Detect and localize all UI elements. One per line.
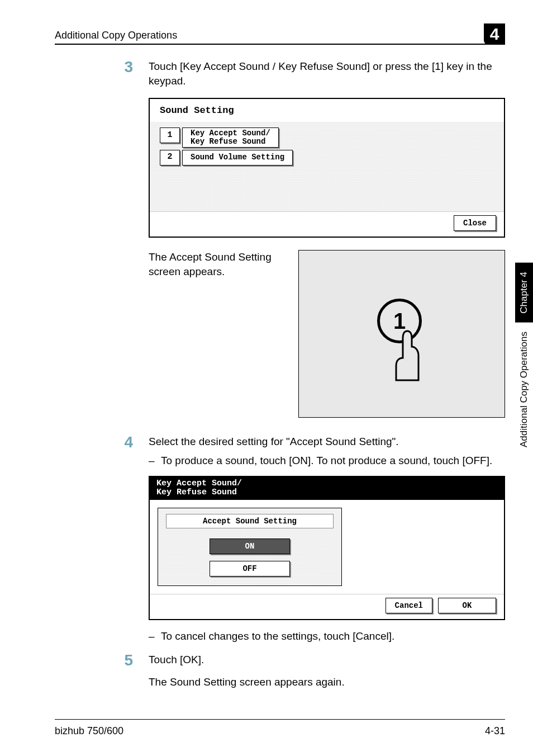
step-4-number: 4 bbox=[55, 434, 149, 644]
footer-right: 4-31 bbox=[485, 725, 505, 737]
panel-title: Accept Sound Setting bbox=[166, 514, 334, 529]
screen-sound-setting: Sound Setting 1 Key Accept Sound/ Key Re… bbox=[149, 98, 505, 238]
caption-illus-row: The Accept Sound Setting screen appears.… bbox=[149, 250, 505, 418]
screen2-left: Accept Sound Setting ON OFF bbox=[150, 500, 355, 594]
menu-row-1: 1 Key Accept Sound/ Key Refuse Sound bbox=[160, 127, 494, 147]
page: Additional Copy Operations 4 3 Touch [Ke… bbox=[0, 0, 533, 756]
screen1-footer: Close bbox=[150, 211, 504, 237]
step-4-body: Select the desired setting for "Accept S… bbox=[149, 434, 505, 644]
step-5-body: Touch [OK]. The Sound Setting screen app… bbox=[149, 653, 505, 689]
running-head: Additional Copy Operations 4 bbox=[55, 20, 505, 45]
footer-left: bizhub 750/600 bbox=[55, 725, 123, 737]
close-button[interactable]: Close bbox=[454, 215, 496, 231]
screen1-body: 1 Key Accept Sound/ Key Refuse Sound 2 S… bbox=[150, 122, 504, 211]
step-5: 5 Touch [OK]. The Sound Setting screen a… bbox=[55, 653, 505, 689]
step-4-dash-2: To cancel changes to the settings, touch… bbox=[149, 629, 505, 644]
step-5-text1: Touch [OK]. bbox=[149, 653, 505, 667]
panel-buttons: ON OFF bbox=[166, 538, 334, 577]
step-4-dash-1: To produce a sound, touch [ON]. To not p… bbox=[149, 453, 505, 468]
step-5-number: 5 bbox=[55, 653, 149, 689]
screen-accept-sound-setting: Key Accept Sound/ Key Refuse Sound Accep… bbox=[149, 476, 505, 621]
step-4: 4 Select the desired setting for "Accept… bbox=[55, 434, 505, 644]
screen1-title: Sound Setting bbox=[150, 99, 504, 122]
caption-after-screen1: The Accept Sound Setting screen appears. bbox=[149, 250, 289, 418]
side-tab-chapter: Chapter 4 bbox=[515, 263, 533, 323]
menu-row-2: 2 Sound Volume Setting bbox=[160, 150, 494, 166]
running-head-text: Additional Copy Operations bbox=[55, 30, 177, 41]
finger-icon bbox=[393, 330, 422, 381]
keypad-illustration: 1 bbox=[298, 250, 505, 418]
step-3-text: Touch [Key Accept Sound / Key Refuse Sou… bbox=[149, 59, 505, 88]
step-3-body: Touch [Key Accept Sound / Key Refuse Sou… bbox=[149, 59, 505, 418]
menu-sound-volume-setting[interactable]: Sound Volume Setting bbox=[182, 150, 293, 166]
on-button[interactable]: ON bbox=[210, 538, 290, 554]
screen2-footer: Cancel OK bbox=[150, 594, 504, 619]
step-3: 3 Touch [Key Accept Sound / Key Refuse S… bbox=[55, 59, 505, 418]
step-3-number: 3 bbox=[55, 59, 149, 418]
cancel-button[interactable]: Cancel bbox=[386, 598, 432, 613]
ok-button[interactable]: OK bbox=[438, 598, 496, 613]
screen2-body: Accept Sound Setting ON OFF bbox=[150, 500, 504, 594]
screen2-header: Key Accept Sound/ Key Refuse Sound bbox=[150, 477, 504, 500]
menu-key-accept-refuse-sound[interactable]: Key Accept Sound/ Key Refuse Sound bbox=[182, 127, 279, 147]
page-footer: bizhub 750/600 4-31 bbox=[55, 719, 505, 737]
panel-accept-sound: Accept Sound Setting ON OFF bbox=[158, 508, 342, 587]
step-4-text: Select the desired setting for "Accept S… bbox=[149, 434, 505, 449]
chapter-badge: 4 bbox=[484, 23, 505, 45]
menu-1-number: 1 bbox=[160, 127, 180, 143]
side-tab-section: Additional Copy Operations bbox=[515, 323, 533, 456]
off-button[interactable]: OFF bbox=[210, 561, 290, 577]
screen2-right bbox=[355, 500, 504, 594]
step-5-text2: The Sound Setting screen appears again. bbox=[149, 675, 505, 689]
menu-2-number: 2 bbox=[160, 150, 180, 166]
side-tab: Chapter 4 Additional Copy Operations bbox=[515, 263, 533, 456]
